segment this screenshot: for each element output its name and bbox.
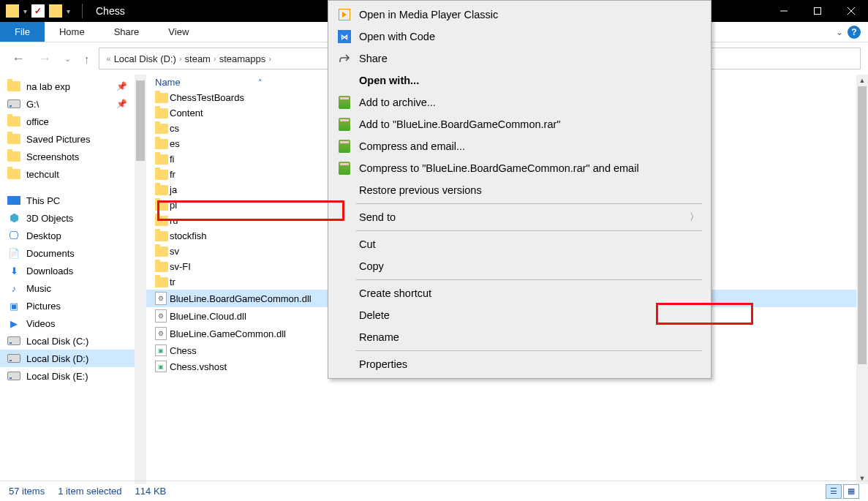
separator bbox=[356, 350, 702, 351]
chevron-right-icon: › bbox=[214, 54, 216, 63]
sidebar-item-label: Saved Pictures bbox=[26, 134, 127, 145]
sidebar-item-label: office bbox=[26, 116, 127, 127]
ctx-open-code[interactable]: ⋈Open with Code bbox=[330, 26, 709, 48]
sidebar-item[interactable]: ▣Pictures bbox=[0, 297, 135, 314]
ctx-archive[interactable]: Add to archive... bbox=[330, 91, 709, 113]
desk-icon: 🖵 bbox=[7, 230, 20, 241]
sidebar-item-label: 3D Objects bbox=[26, 213, 127, 224]
sidebar-item[interactable]: Screenshots bbox=[0, 148, 135, 165]
ctx-cut[interactable]: Cut bbox=[330, 233, 709, 255]
vscode-icon: ⋈ bbox=[338, 30, 351, 43]
fld-icon bbox=[155, 108, 170, 118]
crumb-item[interactable]: steamapps bbox=[219, 53, 266, 64]
sidebar-item[interactable]: This PC bbox=[0, 192, 135, 209]
back-button[interactable]: ← bbox=[12, 51, 25, 67]
minimize-button[interactable] bbox=[767, 0, 801, 22]
ctx-open-with[interactable]: Open with... bbox=[330, 69, 709, 91]
sort-asc-icon[interactable]: ˄ bbox=[258, 78, 262, 86]
ctx-delete[interactable]: Delete bbox=[330, 304, 709, 326]
ctx-rename[interactable]: Rename bbox=[330, 326, 709, 348]
sidebar-item[interactable]: techcult bbox=[0, 165, 135, 183]
rar-icon bbox=[339, 140, 350, 153]
close-button[interactable] bbox=[834, 0, 868, 22]
content-scrollbar[interactable]: ▲ ▼ bbox=[856, 75, 868, 484]
fld-icon bbox=[7, 168, 20, 180]
fld-icon bbox=[155, 277, 170, 287]
tab-view[interactable]: View bbox=[154, 22, 203, 42]
column-name[interactable]: Name bbox=[155, 77, 181, 88]
fld-icon bbox=[155, 154, 170, 165]
sidebar-item[interactable]: ⬇Downloads bbox=[0, 262, 135, 279]
pic-icon: ▣ bbox=[7, 300, 20, 312]
sidebar-item-label: Local Disk (C:) bbox=[26, 336, 127, 347]
ctx-copy[interactable]: Copy bbox=[330, 255, 709, 277]
qat-dropdown-icon[interactable]: ▾ bbox=[67, 7, 70, 15]
ctx-properties[interactable]: Properties bbox=[330, 353, 709, 375]
sidebar-item[interactable]: 📄Documents bbox=[0, 244, 135, 262]
sidebar-item[interactable]: 🖵Desktop bbox=[0, 227, 135, 244]
sidebar-item-label: na lab exp bbox=[26, 81, 110, 92]
sidebar-item[interactable]: Saved Pictures bbox=[0, 130, 135, 148]
help-icon[interactable]: ? bbox=[848, 26, 861, 39]
up-button[interactable]: ↑ bbox=[84, 53, 90, 65]
sidebar-item-label: Desktop bbox=[26, 230, 127, 241]
ctx-compress-email-to[interactable]: Compress to "BlueLine.BoardGameCommon.ra… bbox=[330, 157, 709, 179]
ctx-restore[interactable]: Restore previous versions bbox=[330, 179, 709, 201]
sidebar-item[interactable]: G:\📌 bbox=[0, 95, 135, 113]
sidebar-item[interactable]: Local Disk (C:) bbox=[0, 332, 135, 350]
folder-icon bbox=[6, 4, 19, 18]
save-icon[interactable]: ✓ bbox=[31, 4, 45, 18]
recent-dropdown-icon[interactable]: ⌄ bbox=[64, 54, 71, 64]
qat-dropdown-icon[interactable]: ▾ bbox=[23, 7, 27, 15]
tab-file[interactable]: File bbox=[0, 22, 45, 42]
crumb-item[interactable]: Local Disk (D:) bbox=[114, 53, 176, 64]
forward-button[interactable]: → bbox=[38, 51, 51, 67]
share-icon bbox=[337, 52, 352, 65]
scrollbar-thumb[interactable] bbox=[136, 80, 145, 161]
sidebar-item[interactable]: ▶Videos bbox=[0, 314, 135, 332]
context-menu: Open in Media Player Classic ⋈Open with … bbox=[328, 0, 712, 379]
fld-icon bbox=[7, 80, 20, 92]
ctx-open-mpc[interactable]: Open in Media Player Classic bbox=[330, 4, 709, 26]
sidebar-item[interactable]: Local Disk (D:) bbox=[0, 350, 135, 367]
sidebar-item-label: Screenshots bbox=[26, 151, 127, 162]
sidebar-item[interactable]: office bbox=[0, 113, 135, 130]
ctx-share[interactable]: Share bbox=[330, 48, 709, 69]
sidebar-scrollbar[interactable] bbox=[135, 75, 146, 484]
scrollbar-thumb[interactable] bbox=[858, 86, 867, 364]
ctx-add-rar[interactable]: Add to "BlueLine.BoardGameCommon.rar" bbox=[330, 113, 709, 135]
sidebar-item-label: Local Disk (E:) bbox=[26, 371, 127, 382]
separator bbox=[82, 4, 83, 18]
sidebar-item-label: Pictures bbox=[26, 301, 127, 312]
maximize-button[interactable] bbox=[801, 0, 834, 22]
view-icons-button[interactable]: ▦ bbox=[843, 484, 859, 499]
ctx-shortcut[interactable]: Create shortcut bbox=[330, 282, 709, 304]
status-selected: 1 item selected bbox=[58, 486, 121, 497]
music-icon: ♪ bbox=[7, 282, 20, 294]
scroll-up-icon[interactable]: ▲ bbox=[856, 75, 868, 86]
pin-icon: 📌 bbox=[116, 99, 127, 109]
crumb-item[interactable]: steam bbox=[185, 53, 211, 64]
drv-icon bbox=[7, 335, 20, 347]
ctx-send-to[interactable]: Send to〉 bbox=[330, 206, 709, 228]
submenu-arrow-icon: 〉 bbox=[690, 211, 699, 224]
fld-icon bbox=[155, 231, 170, 241]
sidebar-item[interactable]: Local Disk (E:) bbox=[0, 367, 135, 385]
separator bbox=[356, 230, 702, 231]
window-title: Chess bbox=[96, 5, 125, 17]
view-details-button[interactable]: ☰ bbox=[826, 484, 842, 499]
down-icon: ⬇ bbox=[7, 265, 20, 276]
fld-icon bbox=[155, 93, 170, 103]
sidebar-item[interactable]: ⬢3D Objects bbox=[0, 209, 135, 227]
sidebar-item-label: Local Disk (D:) bbox=[26, 353, 127, 364]
play-icon bbox=[339, 9, 350, 20]
tab-share[interactable]: Share bbox=[99, 22, 154, 42]
tab-home[interactable]: Home bbox=[45, 22, 99, 42]
sidebar-item[interactable]: na lab exp📌 bbox=[0, 78, 135, 95]
sidebar-item[interactable]: ♪Music bbox=[0, 279, 135, 297]
ribbon-expand-icon[interactable]: ⌄ bbox=[836, 27, 843, 37]
sidebar-item-label: techcult bbox=[26, 169, 127, 180]
chevron-left-icon[interactable]: « bbox=[107, 54, 111, 63]
ctx-compress-email[interactable]: Compress and email... bbox=[330, 135, 709, 157]
drv-icon bbox=[7, 370, 20, 382]
